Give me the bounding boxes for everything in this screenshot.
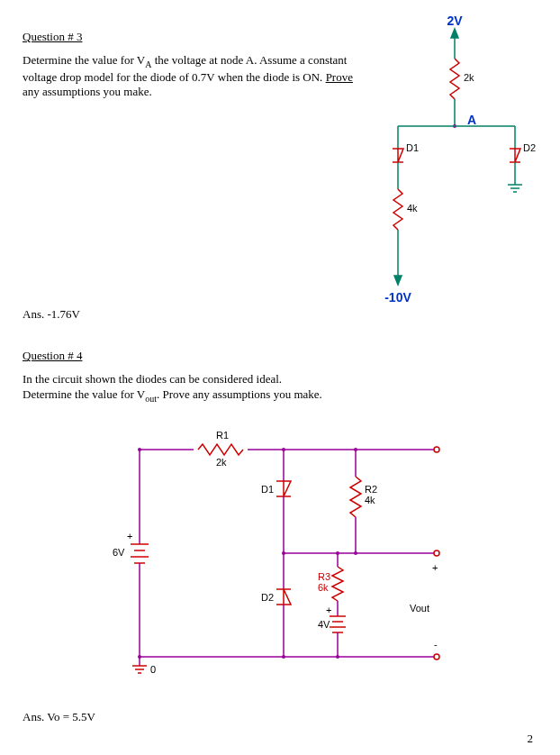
q4-r3-label: R3 — [318, 571, 330, 582]
q4-r2-val: 4k — [365, 495, 375, 505]
q4-minus: - — [434, 639, 438, 650]
q4-body: In the circuit shown the diodes can be c… — [23, 372, 473, 404]
svg-point-35 — [138, 655, 141, 659]
q4-plus: + — [432, 562, 438, 573]
q3-bot-voltage: -10V — [384, 290, 411, 305]
svg-point-61 — [434, 654, 439, 659]
q3-node-a: A — [467, 113, 476, 127]
q4-r1-label: R1 — [216, 430, 229, 441]
svg-text:+: + — [127, 531, 132, 541]
q3-d1-label: D1 — [406, 142, 419, 153]
svg-point-62 — [434, 447, 439, 452]
svg-marker-45 — [276, 589, 291, 605]
q4-vout: Vout — [410, 603, 429, 614]
q3-top-voltage: 2V — [447, 14, 463, 28]
svg-marker-11 — [510, 149, 520, 162]
q4-4v: 4V — [318, 619, 330, 630]
svg-text:+: + — [326, 605, 331, 615]
q4-r1-val: 2k — [216, 457, 227, 468]
svg-marker-8 — [393, 149, 403, 162]
q4-d2-label: D2 — [261, 592, 274, 603]
q3-d2-label: D2 — [523, 142, 536, 153]
q3-circuit-diagram: 2V 2k A D1 D2 4k -10V — [366, 9, 546, 351]
q4-6v: 6V — [113, 547, 125, 558]
svg-marker-39 — [276, 481, 291, 496]
q4-r2-label: R2 — [365, 484, 377, 495]
svg-marker-1 — [451, 29, 458, 38]
page-number: 2 — [528, 732, 534, 746]
svg-point-60 — [434, 550, 439, 556]
q4-circuit-diagram: R1 2k 6V + 0 D1 D2 R2 4k R3 6k 4V + — [77, 423, 455, 693]
q4-answer: Ans. Vo = 5.5V — [23, 710, 537, 724]
q4-r3-val: 6k — [318, 582, 329, 593]
q3-body: Determine the value for VA the voltage a… — [23, 53, 365, 100]
svg-marker-18 — [394, 276, 402, 285]
q4-gnd: 0 — [150, 664, 156, 675]
q3-r-mid: 4k — [407, 203, 418, 214]
q3-r-top: 2k — [464, 72, 474, 83]
q4-d1-label: D1 — [261, 484, 274, 495]
